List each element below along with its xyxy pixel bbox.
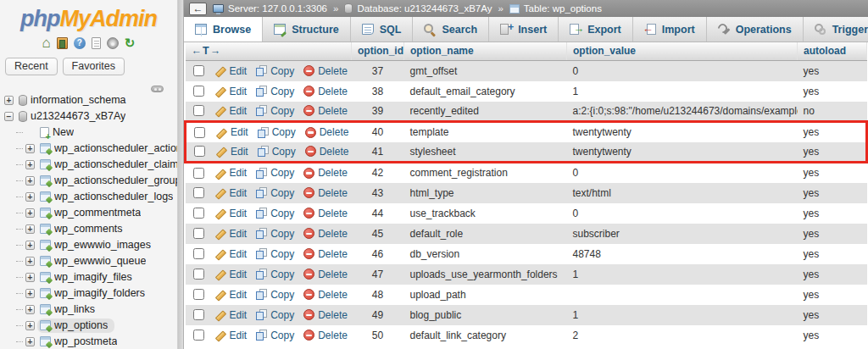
row-checkbox[interactable] xyxy=(193,248,204,259)
row-checkbox[interactable] xyxy=(193,269,204,280)
tab-sql[interactable]: SQL xyxy=(351,17,414,42)
tab-insert[interactable]: Insert xyxy=(489,17,559,42)
copy-link[interactable]: Copy xyxy=(256,228,294,240)
tab-browse[interactable]: Browse xyxy=(184,17,263,42)
row-checkbox[interactable] xyxy=(193,289,204,300)
delete-link[interactable]: Delete xyxy=(303,228,348,240)
delete-link[interactable]: Delete xyxy=(303,187,348,199)
tab-operations[interactable]: Operations xyxy=(707,17,804,42)
edit-link[interactable]: Edit xyxy=(214,167,248,179)
edit-link[interactable]: Edit xyxy=(214,289,248,301)
copy-link[interactable]: Copy xyxy=(256,289,294,301)
edit-link[interactable]: Edit xyxy=(214,248,248,260)
tree-item-wp_ewwwio_queue[interactable]: +wp_ewwwio_queue xyxy=(4,253,177,269)
tree-expander-icon[interactable]: + xyxy=(25,321,35,330)
tree-expander-icon[interactable]: + xyxy=(25,144,35,153)
copy-link[interactable]: Copy xyxy=(256,248,294,260)
row-checkbox[interactable] xyxy=(193,228,204,239)
row-checkbox[interactable] xyxy=(193,65,204,76)
edit-link[interactable]: Edit xyxy=(215,146,248,158)
tree-expander-icon[interactable]: + xyxy=(25,224,35,234)
tree-expander-icon[interactable]: + xyxy=(25,289,35,298)
delete-link[interactable]: Delete xyxy=(305,146,349,158)
row-checkbox[interactable] xyxy=(193,208,204,219)
tree-item-wp_commentmeta[interactable]: +wp_commentmeta xyxy=(4,205,177,221)
edit-link[interactable]: Edit xyxy=(214,208,248,219)
copy-link[interactable]: Copy xyxy=(256,269,294,280)
home-icon[interactable]: ⌂ xyxy=(42,37,51,49)
edit-link[interactable]: Edit xyxy=(214,309,248,321)
tree-item-wp_actionscheduler_logs[interactable]: +wp_actionscheduler_logs xyxy=(4,189,177,205)
sidebar-resizer-handle[interactable] xyxy=(178,0,184,349)
settings-icon[interactable] xyxy=(107,37,119,49)
tree-expander-icon[interactable]: + xyxy=(25,176,35,186)
edit-link[interactable]: Edit xyxy=(214,330,248,341)
tree-item-wp_ewwwio_images[interactable]: +wp_ewwwio_images xyxy=(4,237,177,253)
breadcrumb-item[interactable]: Table: wp_options xyxy=(509,3,602,14)
row-checkbox[interactable] xyxy=(194,146,205,157)
row-checkbox[interactable] xyxy=(193,309,204,320)
tree-expander-icon[interactable]: + xyxy=(25,241,35,250)
exit-door-icon[interactable] xyxy=(57,37,68,49)
tree-item-wp_options[interactable]: +wp_options xyxy=(4,318,177,334)
copy-link[interactable]: Copy xyxy=(256,105,294,117)
edit-link[interactable]: Edit xyxy=(214,86,248,97)
tree-expander-icon[interactable]: + xyxy=(25,305,35,314)
tab-triggers[interactable]: Triggers xyxy=(804,17,868,42)
tree-expander-icon[interactable]: + xyxy=(25,160,35,169)
tree-item-new[interactable]: New xyxy=(4,125,177,141)
tree-item-wp_links[interactable]: +wp_links xyxy=(4,302,177,318)
collapse-tree-icon[interactable] xyxy=(151,86,164,92)
delete-link[interactable]: Delete xyxy=(303,269,348,280)
delete-link[interactable]: Delete xyxy=(303,248,348,260)
tree-item-wp_comments[interactable]: +wp_comments xyxy=(4,221,177,237)
delete-link[interactable]: Delete xyxy=(305,126,349,138)
delete-link[interactable]: Delete xyxy=(303,289,348,301)
copy-link[interactable]: Copy xyxy=(258,126,296,138)
tab-structure[interactable]: Structure xyxy=(263,17,351,42)
edit-link[interactable]: Edit xyxy=(214,105,248,117)
tree-expander-icon[interactable]: + xyxy=(25,337,35,346)
edit-link[interactable]: Edit xyxy=(214,187,248,199)
breadcrumb-item[interactable]: Database: u213244673_xB7Ay xyxy=(344,3,492,14)
delete-link[interactable]: Delete xyxy=(303,86,348,97)
copy-link[interactable]: Copy xyxy=(256,208,294,219)
tree-expander-icon[interactable]: + xyxy=(25,257,35,266)
row-options-header[interactable]: ←T→ xyxy=(186,42,352,61)
tree-expander-icon[interactable]: + xyxy=(25,192,35,202)
edit-link[interactable]: Edit xyxy=(214,269,248,280)
copy-link[interactable]: Copy xyxy=(256,86,294,97)
favorites-filter-button[interactable]: Favorites xyxy=(63,58,125,75)
column-header-option-value[interactable]: option_value xyxy=(567,42,798,61)
tree-item-wp_postmeta[interactable]: +wp_postmeta xyxy=(4,334,177,349)
edit-link[interactable]: Edit xyxy=(214,228,248,240)
row-checkbox[interactable] xyxy=(193,330,204,341)
tab-export[interactable]: Export xyxy=(559,17,633,42)
tab-search[interactable]: Search xyxy=(413,17,489,42)
tree-item-wp_actionscheduler_groups[interactable]: +wp_actionscheduler_groups xyxy=(4,173,177,189)
edit-link[interactable]: Edit xyxy=(215,126,248,138)
copy-link[interactable]: Copy xyxy=(256,309,294,321)
delete-link[interactable]: Delete xyxy=(303,330,348,341)
delete-link[interactable]: Delete xyxy=(303,208,348,219)
column-header-option-id[interactable]: option_id xyxy=(352,42,404,61)
delete-link[interactable]: Delete xyxy=(303,65,348,77)
tree-expander-icon[interactable]: + xyxy=(4,96,14,105)
copy-link[interactable]: Copy xyxy=(256,187,294,199)
tree-item-u213244673_xb7ay[interactable]: −u213244673_xB7Ay xyxy=(4,108,177,125)
tab-import[interactable]: Import xyxy=(633,17,707,42)
recent-filter-button[interactable]: Recent xyxy=(5,58,58,75)
row-checkbox[interactable] xyxy=(193,187,204,198)
breadcrumb-item[interactable]: Server: 127.0.0.1:3306 xyxy=(213,3,327,14)
tree-item-information_schema[interactable]: +information_schema xyxy=(4,92,177,108)
delete-link[interactable]: Delete xyxy=(303,167,348,179)
delete-link[interactable]: Delete xyxy=(303,105,348,117)
column-header-autoload[interactable]: autoload xyxy=(798,42,867,61)
tree-expander-icon[interactable]: + xyxy=(25,208,35,218)
tree-item-wp_imagify_folders[interactable]: +wp_imagify_folders xyxy=(4,285,177,302)
delete-link[interactable]: Delete xyxy=(303,309,348,321)
tree-item-wp_actionscheduler_claims[interactable]: +wp_actionscheduler_claims xyxy=(4,157,177,173)
row-checkbox[interactable] xyxy=(193,168,204,179)
edit-link[interactable]: Edit xyxy=(214,65,248,77)
docs-icon[interactable] xyxy=(92,37,101,49)
